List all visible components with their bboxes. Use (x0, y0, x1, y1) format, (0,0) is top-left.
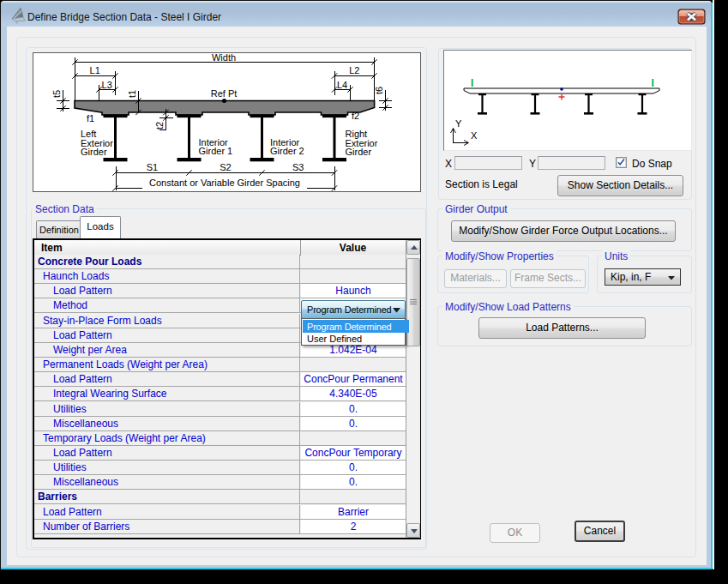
svg-text:L1: L1 (90, 65, 100, 75)
svg-text:L3: L3 (102, 80, 112, 90)
svg-text:t2: t2 (154, 122, 165, 129)
svg-text:f1: f1 (87, 113, 94, 123)
svg-text:S1: S1 (147, 162, 158, 172)
svg-text:t6: t6 (374, 87, 384, 94)
svg-text:Width: Width (212, 52, 236, 63)
svg-text:f2: f2 (352, 111, 359, 121)
svg-text:Constant or Variable Girder Sp: Constant or Variable Girder Spacing (149, 178, 300, 188)
svg-text:S2: S2 (220, 162, 231, 172)
svg-text:t1: t1 (127, 90, 137, 98)
svg-text:Girder: Girder (81, 147, 107, 157)
svg-text:X: X (471, 130, 478, 141)
svg-text:L4: L4 (337, 80, 347, 90)
svg-text:t5: t5 (51, 90, 62, 98)
svg-text:Girder: Girder (346, 147, 372, 157)
svg-text:Y: Y (455, 118, 462, 129)
svg-text:Girder 1: Girder 1 (199, 146, 233, 156)
svg-text:Girder 2: Girder 2 (270, 146, 304, 156)
svg-text:S3: S3 (292, 162, 304, 172)
svg-text:L2: L2 (349, 65, 359, 75)
svg-text:Ref Pt: Ref Pt (211, 88, 238, 99)
